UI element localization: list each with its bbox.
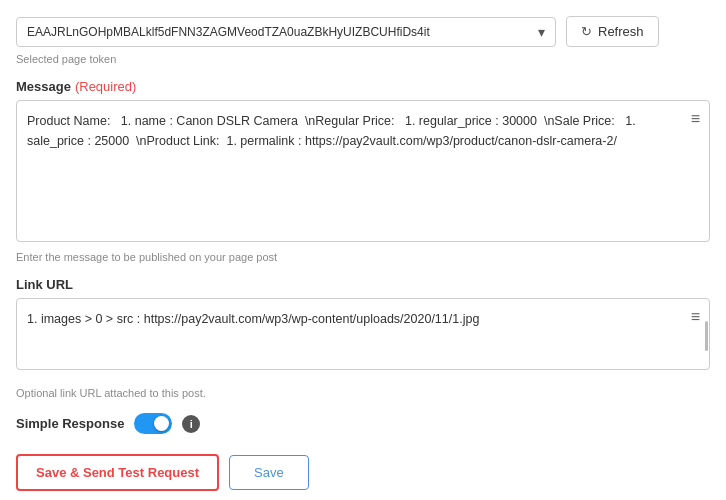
simple-response-row: Simple Response i	[16, 413, 710, 434]
token-select[interactable]: EAAJRLnGOHpMBALklf5dFNN3ZAGMVeodTZA0uaZB…	[16, 17, 556, 47]
selected-page-token-hint: Selected page token	[16, 53, 710, 65]
url-hint: Optional link URL attached to this post.	[16, 387, 710, 399]
url-textarea[interactable]: 1. images > 0 > src : https://pay2vault.…	[16, 298, 710, 370]
url-textarea-wrapper: 1. images > 0 > src : https://pay2vault.…	[16, 298, 710, 373]
message-textarea[interactable]: Product Name: 1. name : Canon DSLR Camer…	[16, 100, 710, 242]
message-section-label: Message(Required)	[16, 79, 710, 94]
url-menu-icon[interactable]: ≡	[691, 308, 700, 326]
save-send-button[interactable]: Save & Send Test Request	[16, 454, 219, 491]
link-url-section: Link URL 1. images > 0 > src : https://p…	[16, 277, 710, 373]
token-value: EAAJRLnGOHpMBALklf5dFNN3ZAGMVeodTZA0uaZB…	[27, 25, 530, 39]
message-wrapper: Product Name: 1. name : Canon DSLR Camer…	[16, 100, 710, 245]
buttons-row: Save & Send Test Request Save	[16, 454, 710, 491]
simple-response-label: Simple Response	[16, 416, 124, 431]
refresh-icon: ↻	[581, 24, 592, 39]
message-menu-icon[interactable]: ≡	[691, 110, 700, 128]
save-button[interactable]: Save	[229, 455, 309, 490]
dropdown-arrow-icon: ▾	[538, 24, 545, 40]
scrollbar-indicator	[705, 321, 708, 351]
info-icon[interactable]: i	[182, 415, 200, 433]
message-hint: Enter the message to be published on you…	[16, 251, 710, 263]
link-url-label: Link URL	[16, 277, 710, 292]
toggle-knob	[154, 416, 169, 431]
simple-response-toggle[interactable]	[134, 413, 172, 434]
refresh-button[interactable]: ↻ Refresh	[566, 16, 659, 47]
refresh-label: Refresh	[598, 24, 644, 39]
